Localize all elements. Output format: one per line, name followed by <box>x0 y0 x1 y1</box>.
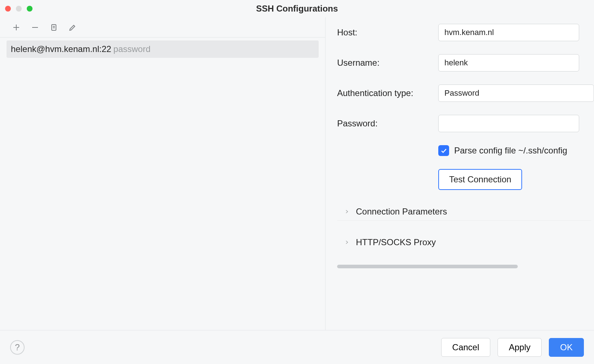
password-label: Password: <box>337 118 438 129</box>
list-toolbar <box>0 17 325 38</box>
connection-parameters-label: Connection Parameters <box>356 207 447 217</box>
config-list-item-primary: helenk@hvm.kenam.nl:22 <box>11 44 111 54</box>
ok-button[interactable]: OK <box>549 338 584 357</box>
config-form: Host: Username: Authentication type: <box>337 24 594 272</box>
config-list-item[interactable]: helenk@hvm.kenam.nl:22 password <box>7 40 319 58</box>
copy-icon[interactable] <box>49 23 59 32</box>
apply-button[interactable]: Apply <box>498 338 542 357</box>
dialog-title: SSH Configurations <box>0 4 594 14</box>
test-connection-button[interactable]: Test Connection <box>438 169 522 190</box>
cancel-button[interactable]: Cancel <box>441 338 491 357</box>
chevron-right-icon <box>344 208 350 215</box>
host-label: Host: <box>337 27 438 38</box>
username-label: Username: <box>337 58 438 68</box>
dialog-footer: ? Cancel Apply OK <box>0 330 594 364</box>
config-detail-panel: Host: Username: Authentication type: <box>325 17 594 330</box>
password-input[interactable] <box>438 115 579 132</box>
ssh-configurations-dialog: SSH Configurations helenk@hvm.k <box>0 0 594 364</box>
parse-config-label: Parse config file ~/.ssh/config <box>454 146 567 156</box>
password-row: Password: <box>337 115 594 132</box>
authtype-row: Authentication type: <box>337 84 594 102</box>
add-icon[interactable] <box>12 23 21 32</box>
host-input[interactable] <box>438 24 579 41</box>
authtype-label: Authentication type: <box>337 88 438 98</box>
edit-icon[interactable] <box>68 23 77 32</box>
parse-config-checkbox[interactable] <box>438 145 449 156</box>
close-window-button[interactable] <box>5 6 11 12</box>
config-list-panel: helenk@hvm.kenam.nl:22 password <box>0 17 325 330</box>
config-list-item-secondary: password <box>113 44 151 54</box>
minimize-window-button[interactable] <box>16 6 22 12</box>
proxy-label: HTTP/SOCKS Proxy <box>356 237 436 247</box>
host-row: Host: <box>337 24 594 41</box>
remove-icon[interactable] <box>30 23 40 32</box>
config-list: helenk@hvm.kenam.nl:22 password <box>0 38 325 58</box>
connection-parameters-expander[interactable]: Connection Parameters <box>337 203 591 221</box>
test-connection-row: Test Connection <box>438 169 594 190</box>
window-controls <box>0 6 33 12</box>
help-button[interactable]: ? <box>10 340 25 355</box>
horizontal-scrollbar[interactable] <box>337 264 594 269</box>
chevron-right-icon <box>344 239 350 246</box>
username-input[interactable] <box>438 54 579 72</box>
titlebar: SSH Configurations <box>0 0 594 17</box>
dialog-body: helenk@hvm.kenam.nl:22 password Host: Us… <box>0 17 594 330</box>
scrollbar-thumb[interactable] <box>337 265 518 268</box>
parse-config-row: Parse config file ~/.ssh/config <box>438 145 594 156</box>
zoom-window-button[interactable] <box>27 6 33 12</box>
username-row: Username: <box>337 54 594 72</box>
proxy-expander[interactable]: HTTP/SOCKS Proxy <box>337 234 591 251</box>
authtype-select[interactable] <box>438 84 594 102</box>
